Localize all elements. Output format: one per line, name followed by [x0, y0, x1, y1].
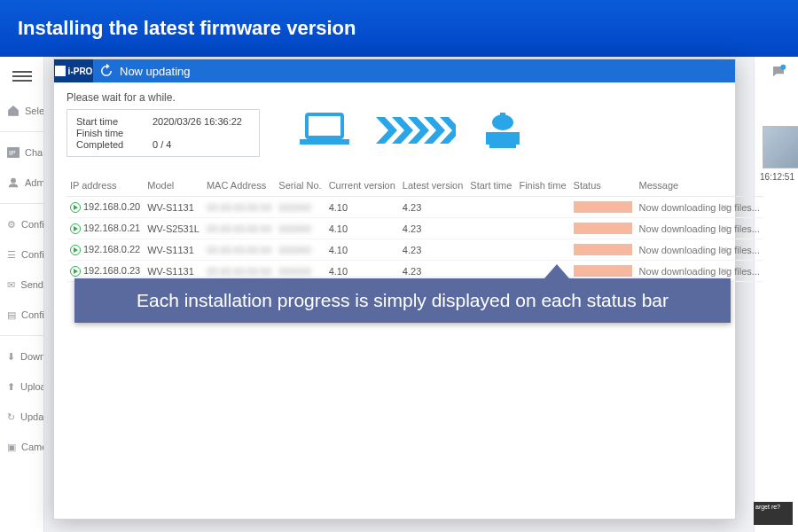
sidebar-item-change-ip[interactable]: IPChan — [0, 137, 43, 168]
col-header: Current version — [325, 175, 399, 197]
cell-finish — [515, 197, 569, 218]
sidebar-label: Upda — [20, 411, 43, 422]
cell-message: Now downloading log files...✕ — [636, 239, 763, 261]
refresh-icon — [98, 63, 114, 79]
cell-mac: 00:00:00:00:00 — [203, 197, 275, 218]
stat-label: Start time — [76, 116, 137, 127]
status-progress-bar — [574, 201, 632, 213]
sidebar-item-upload[interactable]: ⬆Uploa — [0, 372, 43, 402]
table-header: IP addressModelMAC AddressSerial No.Curr… — [66, 175, 763, 197]
sidebar-label: Confi — [21, 249, 43, 260]
speech-bubble-icon[interactable] — [770, 64, 787, 80]
sidebar-label: Came — [21, 442, 43, 452]
play-icon[interactable] — [70, 223, 81, 234]
svg-rect-4 — [307, 114, 342, 137]
sliders-icon: ☰ — [7, 246, 16, 262]
sidebar-label: Select — [25, 106, 43, 116]
download-icon: ⬇ — [7, 348, 15, 364]
col-header: Latest version — [399, 175, 466, 197]
close-icon[interactable]: ✕ — [720, 223, 728, 235]
gear-icon: ⚙ — [7, 216, 16, 232]
send-icon: ✉ — [7, 277, 15, 293]
cell-start — [466, 218, 515, 239]
transfer-graphic — [298, 111, 525, 150]
update-icon: ↻ — [7, 409, 15, 425]
sidebar-item-update[interactable]: ↻Upda — [0, 402, 43, 432]
col-header: Start time — [466, 175, 515, 197]
table-row[interactable]: 192.168.0.20WV-S113100:00:00:00:00000000… — [66, 197, 763, 218]
svg-point-3 — [780, 65, 786, 70]
app-area: Select IPChan Admi ⚙Confi ☰Confi ✉Send ▤… — [0, 57, 798, 532]
confirm-popup-fragment: arget re? — [754, 502, 793, 525]
status-progress-bar — [574, 244, 632, 255]
close-icon[interactable]: ✕ — [720, 245, 728, 256]
sidebar-item-camera[interactable]: ▣Came — [0, 432, 43, 462]
banner-title: Installing the latest firmware version — [18, 17, 356, 40]
menu-toggle-icon[interactable] — [12, 71, 32, 85]
col-header: Model — [144, 175, 203, 197]
cell-status — [570, 197, 636, 218]
sidebar-item-download[interactable]: ⬇Down — [0, 341, 43, 372]
col-header: Finish time — [515, 175, 569, 197]
right-pane: 16:12:51 arget re? — [754, 57, 798, 532]
table-row[interactable]: 192.168.0.22WV-S113100:00:00:00:00000000… — [66, 239, 763, 261]
sidebar-item-config-3[interactable]: ▤Confi — [0, 300, 43, 330]
cell-model: WV-S1131 — [144, 239, 203, 261]
table-row[interactable]: 192.168.0.21WV-S2531L00:00:00:00:0000000… — [66, 218, 763, 239]
col-header: Message — [636, 175, 763, 197]
thumbnail-time: 16:12:51 — [760, 172, 794, 182]
cell-serial: 000000 — [275, 239, 325, 261]
close-icon[interactable]: ✕ — [720, 202, 728, 214]
annotation-callout: Each installation progress is simply dis… — [74, 278, 731, 323]
sidebar-label: Down — [20, 351, 43, 362]
cell-mac: 00:00:00:00:00 — [203, 218, 275, 239]
cell-status — [570, 218, 636, 239]
progress-summary-box: Start time2020/03/26 16:36:22 Finish tim… — [66, 109, 260, 157]
dialog-title: Now updating — [120, 65, 191, 78]
play-icon[interactable] — [70, 266, 81, 277]
laptop-icon — [298, 111, 351, 150]
status-progress-bar — [574, 223, 632, 234]
play-icon[interactable] — [70, 245, 81, 255]
play-icon[interactable] — [70, 202, 81, 213]
sidebar-label: Admi — [25, 177, 43, 188]
svg-rect-5 — [300, 139, 349, 145]
svg-text:IP: IP — [9, 149, 16, 157]
sidebar-label: Uploa — [20, 381, 43, 392]
app-brand-icon: i-PRO — [54, 59, 93, 82]
svg-rect-9 — [489, 145, 516, 148]
form-icon: ▤ — [7, 307, 16, 323]
status-progress-bar — [574, 265, 632, 277]
cell-current-version: 4.10 — [325, 197, 399, 218]
cell-status — [570, 239, 636, 261]
cell-latest-version: 4.23 — [399, 218, 466, 239]
stat-value: 2020/03/26 16:36:22 — [153, 116, 242, 127]
col-header: Status — [570, 175, 636, 197]
sidebar-item-select[interactable]: Select — [0, 96, 43, 126]
stat-label: Finish time — [76, 128, 137, 138]
wait-message: Please wait for a while. — [66, 91, 723, 104]
cell-mac: 00:00:00:00:00 — [203, 239, 275, 261]
device-camera-icon — [481, 111, 525, 150]
sidebar-item-send[interactable]: ✉Send — [0, 270, 43, 300]
sidebar-item-config-2[interactable]: ☰Confi — [0, 239, 43, 270]
dialog-titlebar: i-PRO Now updating — [54, 59, 735, 82]
cell-finish — [515, 239, 569, 261]
cell-ip: 192.168.0.22 — [66, 239, 144, 261]
ip-icon: IP — [7, 145, 20, 160]
col-header: Serial No. — [275, 175, 325, 197]
cell-current-version: 4.10 — [325, 218, 399, 239]
col-header: IP address — [66, 175, 144, 197]
upload-icon: ⬆ — [7, 379, 15, 395]
cell-model: WV-S2531L — [144, 218, 203, 239]
cell-ip: 192.168.0.20 — [66, 197, 144, 218]
sidebar-item-config-1[interactable]: ⚙Confi — [0, 209, 43, 239]
camera-thumbnail[interactable] — [763, 126, 798, 168]
cell-finish — [515, 218, 569, 239]
sidebar-item-admin[interactable]: Admi — [0, 168, 43, 198]
camera-icon: ▣ — [7, 439, 16, 455]
stat-label: Completed — [76, 139, 137, 150]
cell-ip: 192.168.0.21 — [66, 218, 144, 239]
close-icon[interactable]: ✕ — [720, 266, 728, 278]
cell-serial: 000000 — [275, 218, 325, 239]
